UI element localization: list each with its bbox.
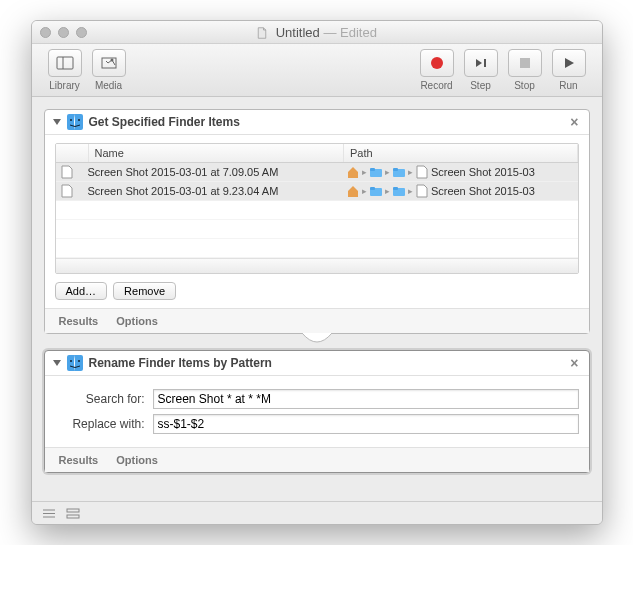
- file-icon: [415, 184, 429, 198]
- folder-icon: [392, 165, 406, 179]
- svg-rect-17: [393, 187, 398, 190]
- remove-button[interactable]: Remove: [113, 282, 176, 300]
- media-button[interactable]: Media: [88, 49, 130, 91]
- file-icon: [415, 165, 429, 179]
- svg-rect-0: [57, 57, 73, 69]
- disclosure-triangle[interactable]: [53, 119, 61, 125]
- results-tab[interactable]: Results: [59, 454, 99, 466]
- folder-icon: [369, 165, 383, 179]
- titlebar: Untitled — Edited: [32, 21, 602, 44]
- record-icon: [430, 56, 444, 70]
- stop-icon: [518, 56, 532, 70]
- record-button[interactable]: Record: [416, 49, 458, 91]
- media-icon: [100, 56, 118, 70]
- folder-icon: [392, 184, 406, 198]
- edited-indicator: — Edited: [323, 25, 376, 40]
- action-title: Get Specified Finder Items: [89, 115, 240, 129]
- status-bar: [32, 501, 602, 524]
- run-icon: [562, 56, 576, 70]
- traffic-minimize[interactable]: [58, 27, 69, 38]
- replace-with-label: Replace with:: [55, 417, 153, 431]
- file-icon: [60, 165, 74, 179]
- connector-icon: [302, 333, 332, 347]
- finder-icon: [67, 114, 83, 130]
- svg-rect-15: [370, 187, 375, 190]
- svg-rect-25: [67, 515, 79, 518]
- folder-icon: [369, 184, 383, 198]
- svg-rect-13: [393, 168, 398, 171]
- library-icon: [56, 56, 74, 70]
- window-title: Untitled: [276, 25, 320, 40]
- disclosure-triangle[interactable]: [53, 360, 61, 366]
- close-icon[interactable]: ×: [566, 355, 582, 371]
- document-icon: [256, 27, 268, 39]
- table-row[interactable]: Screen Shot 2015-03-01 at 9.23.04 AM ▸ ▸…: [56, 182, 578, 201]
- options-tab[interactable]: Options: [116, 315, 158, 327]
- add-button[interactable]: Add…: [55, 282, 108, 300]
- column-name[interactable]: Name: [89, 144, 345, 162]
- svg-point-9: [78, 119, 80, 121]
- stop-button[interactable]: Stop: [504, 49, 546, 91]
- items-table: Name Path Screen Shot 2015-03-01 at 7.09…: [55, 143, 579, 274]
- svg-point-20: [78, 360, 80, 362]
- action-get-specified-finder-items: Get Specified Finder Items × Name Path S…: [44, 109, 590, 334]
- action-title: Rename Finder Items by Pattern: [89, 356, 272, 370]
- home-icon: [346, 165, 360, 179]
- list-view-icon[interactable]: [42, 508, 56, 519]
- svg-rect-5: [484, 59, 486, 67]
- step-button[interactable]: Step: [460, 49, 502, 91]
- svg-rect-6: [520, 58, 530, 68]
- close-icon[interactable]: ×: [566, 114, 582, 130]
- svg-point-19: [70, 360, 72, 362]
- svg-point-8: [70, 119, 72, 121]
- workflow-area: Get Specified Finder Items × Name Path S…: [32, 97, 602, 501]
- table-row[interactable]: Screen Shot 2015-03-01 at 7.09.05 AM ▸ ▸…: [56, 163, 578, 182]
- action-rename-finder-items: Rename Finder Items by Pattern × Search …: [44, 350, 590, 473]
- svg-point-3: [110, 59, 113, 62]
- traffic-close[interactable]: [40, 27, 51, 38]
- results-tab[interactable]: Results: [59, 315, 99, 327]
- home-icon: [346, 184, 360, 198]
- automator-window: Untitled — Edited Library Media Record S…: [31, 20, 603, 525]
- column-path[interactable]: Path: [344, 144, 577, 162]
- toolbar: Library Media Record Step Stop Run: [32, 44, 602, 97]
- path-breadcrumb: ▸ ▸ ▸ Screen Shot 2015-03: [346, 184, 574, 198]
- traffic-zoom[interactable]: [76, 27, 87, 38]
- search-for-input[interactable]: [153, 389, 579, 409]
- file-icon: [60, 184, 74, 198]
- svg-point-4: [431, 57, 443, 69]
- library-button[interactable]: Library: [44, 49, 86, 91]
- flow-view-icon[interactable]: [66, 508, 80, 519]
- finder-icon: [67, 355, 83, 371]
- replace-with-input[interactable]: [153, 414, 579, 434]
- path-breadcrumb: ▸ ▸ ▸ Screen Shot 2015-03: [346, 165, 574, 179]
- search-for-label: Search for:: [55, 392, 153, 406]
- run-button[interactable]: Run: [548, 49, 590, 91]
- svg-rect-11: [370, 168, 375, 171]
- options-tab[interactable]: Options: [116, 454, 158, 466]
- svg-rect-24: [67, 509, 79, 512]
- table-header: Name Path: [56, 144, 578, 163]
- horizontal-scrollbar[interactable]: [56, 258, 578, 273]
- step-icon: [473, 56, 489, 70]
